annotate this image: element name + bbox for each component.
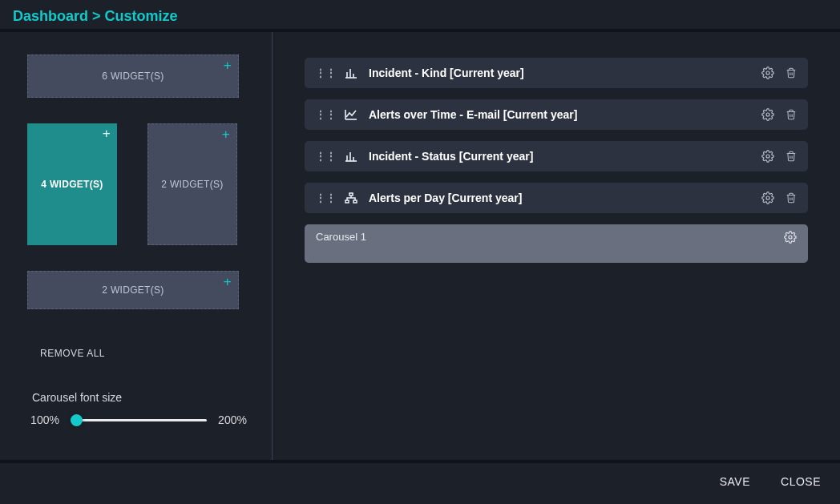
slider-max-label: 200% xyxy=(213,413,252,426)
trash-icon[interactable] xyxy=(785,192,797,204)
drag-handle-icon[interactable]: ⋮⋮ xyxy=(316,109,337,120)
svg-rect-5 xyxy=(353,200,357,203)
widget-title: Incident - Status [Current year] xyxy=(369,150,761,163)
svg-rect-3 xyxy=(349,193,353,196)
widget-row: ⋮⋮ Incident - Kind [Current year] xyxy=(305,58,808,88)
widget-row: ⋮⋮ Alerts per Day [Current year] xyxy=(305,183,808,213)
drag-handle-icon[interactable]: ⋮⋮ xyxy=(316,151,337,162)
gear-icon[interactable] xyxy=(761,67,774,79)
slider-min-label: 100% xyxy=(26,413,64,426)
plus-icon[interactable]: + xyxy=(222,127,230,141)
hierarchy-icon xyxy=(345,192,359,204)
main: + 6 WIDGET(S) + 4 WIDGET(S) + 2 WIDGET(S… xyxy=(0,32,840,460)
save-button[interactable]: SAVE xyxy=(720,475,750,488)
bar-chart-icon xyxy=(345,151,359,162)
slider-label: Carousel font size xyxy=(32,391,256,404)
breadcrumb: Dashboard > Customize xyxy=(13,8,178,24)
plus-icon[interactable]: + xyxy=(224,275,232,288)
trash-icon[interactable] xyxy=(785,67,797,79)
gear-icon[interactable] xyxy=(784,231,797,244)
zone-label: 6 WIDGET(S) xyxy=(102,71,164,82)
carousel-title: Carousel 1 xyxy=(316,231,784,243)
widget-title: Alerts per Day [Current year] xyxy=(369,192,761,204)
gear-icon[interactable] xyxy=(761,150,774,163)
remove-all-button[interactable]: REMOVE ALL xyxy=(40,348,256,359)
widget-title: Incident - Kind [Current year] xyxy=(369,67,761,79)
svg-point-0 xyxy=(766,71,769,75)
layout-panel: + 6 WIDGET(S) + 4 WIDGET(S) + 2 WIDGET(S… xyxy=(0,32,273,460)
svg-point-6 xyxy=(766,196,769,200)
svg-point-1 xyxy=(766,113,769,116)
header: Dashboard > Customize xyxy=(0,0,840,32)
layout-zone-mid-left[interactable]: + 4 WIDGET(S) xyxy=(27,123,117,245)
zone-label: 2 WIDGET(S) xyxy=(161,179,223,190)
svg-point-2 xyxy=(766,155,769,158)
widget-list-panel: ⋮⋮ Incident - Kind [Current year] ⋮⋮ Ale… xyxy=(273,32,840,460)
trash-icon[interactable] xyxy=(785,108,797,121)
svg-point-7 xyxy=(789,236,792,239)
slider-thumb[interactable] xyxy=(71,414,83,426)
gear-icon[interactable] xyxy=(761,192,774,204)
gear-icon[interactable] xyxy=(761,108,774,121)
layout-zone-bottom[interactable]: + 2 WIDGET(S) xyxy=(27,271,239,309)
svg-rect-4 xyxy=(345,200,349,203)
widget-row: ⋮⋮ Alerts over Time - E-mail [Current ye… xyxy=(305,99,808,130)
layout-zone-top[interactable]: + 6 WIDGET(S) xyxy=(27,54,239,98)
drag-handle-icon[interactable]: ⋮⋮ xyxy=(316,192,337,204)
carousel-font-size-control: Carousel font size 100% 200% xyxy=(26,391,256,426)
line-chart-icon xyxy=(345,109,359,120)
zone-label: 2 WIDGET(S) xyxy=(102,284,164,296)
close-button[interactable]: CLOSE xyxy=(781,475,821,488)
widget-row: ⋮⋮ Incident - Status [Current year] xyxy=(305,141,808,171)
slider-track[interactable] xyxy=(71,419,207,421)
zone-label: 4 WIDGET(S) xyxy=(41,177,103,192)
carousel-row[interactable]: Carousel 1 xyxy=(305,224,808,263)
footer: SAVE CLOSE xyxy=(0,460,840,500)
plus-icon[interactable]: + xyxy=(103,127,111,140)
plus-icon[interactable]: + xyxy=(224,58,232,72)
layout-zone-mid-right[interactable]: + 2 WIDGET(S) xyxy=(147,123,237,245)
trash-icon[interactable] xyxy=(785,150,797,163)
widget-title: Alerts over Time - E-mail [Current year] xyxy=(369,108,761,121)
bar-chart-icon xyxy=(345,67,359,79)
drag-handle-icon[interactable]: ⋮⋮ xyxy=(316,67,337,79)
